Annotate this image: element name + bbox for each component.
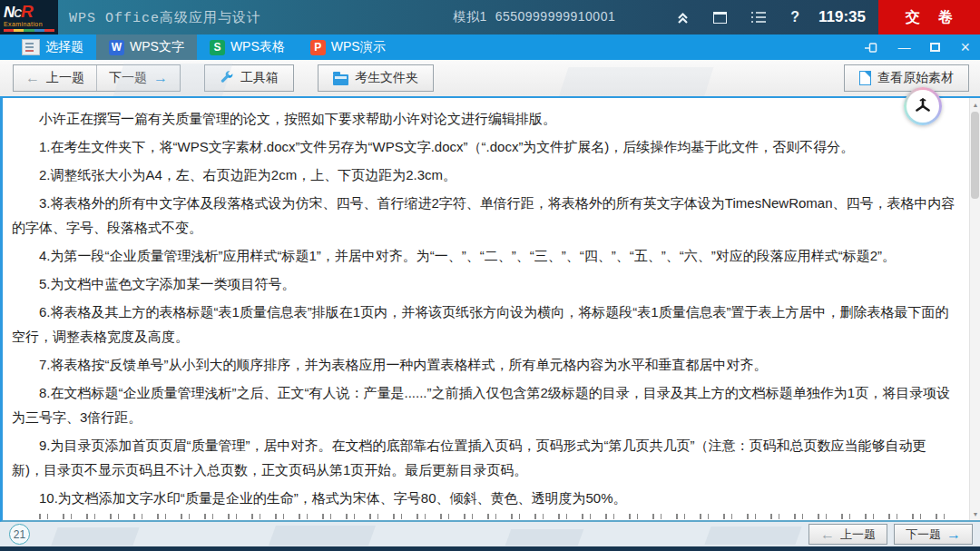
window-bottom-edge — [0, 546, 980, 551]
logo-letter-c: C — [14, 7, 21, 20]
scroll-up-icon[interactable]: ▲ — [970, 98, 980, 111]
task-item-5: 5.为文档中蓝色文字添加某一类项目符号。 — [12, 271, 956, 296]
watermark-shape — [113, 64, 233, 98]
task-item-2: 2.调整纸张大小为A4，左、右页边距为2cm，上、下页边距为2.3cm。 — [12, 162, 956, 187]
tri-spoke-icon — [906, 90, 939, 123]
maximize-icon[interactable] — [930, 43, 940, 52]
watermark-shape — [269, 526, 376, 546]
collapse-icon[interactable] — [676, 11, 690, 25]
watermark-shape — [51, 527, 139, 546]
footer-bar: 21 ← 上一题 下一题 → — [0, 522, 980, 546]
submit-exam-button[interactable]: 交 卷 — [878, 0, 980, 34]
ncr-logo: NCR Examination — [0, 0, 58, 34]
tab-wps-spreadsheet[interactable]: S WPS表格 — [197, 34, 298, 60]
help-icon[interactable]: ? — [790, 9, 799, 25]
watermark-shape — [557, 67, 714, 98]
wps-spreadsheet-icon: S — [210, 40, 225, 55]
footer-nav-buttons: ← 上一题 下一题 → — [808, 524, 973, 545]
toolbox-label: 工具箱 — [240, 70, 279, 86]
task-item-9: 9.为目录页添加首页页眉“质量管理”，居中对齐。在文档的底部靠右位置插入页码，页… — [12, 433, 956, 482]
tab-choice-questions[interactable]: 选择题 — [9, 34, 96, 60]
vertical-scrollbar[interactable]: ▲ ▼ — [969, 98, 980, 520]
prev-question-button-top[interactable]: ← 上一题 — [14, 65, 96, 91]
clipboard-icon — [22, 39, 40, 55]
next-label: 下一题 — [906, 526, 941, 543]
task-item-4: 4.为第一段“企业质量管理浅析”应用样式“标题1”，并居中对齐。为“一、”、“二… — [12, 243, 956, 268]
question-content-panel: 小许正在撰写一篇有关质量管理的论文，按照如下要求帮助小许对论文进行编辑排版。 1… — [0, 98, 980, 522]
task-item-8: 8.在文档标题“企业质量管理浅析”之后、正文“有人说：产量是......”之前插… — [12, 380, 956, 429]
close-icon[interactable]: × — [960, 38, 970, 57]
student-folder-button[interactable]: 考生文件夹 — [318, 64, 434, 92]
tab-label: WPS表格 — [230, 39, 285, 55]
window-controls: — × — [854, 34, 980, 60]
exam-id: 6550999999910001 — [495, 9, 616, 24]
view-source-label: 查看原始素材 — [877, 70, 954, 86]
logo-subtext: Examination — [4, 21, 54, 27]
right-arrow-icon: → — [946, 526, 961, 543]
titlebar-right: 模拟1 6550999999910001 ? 119:35 交 卷 — [454, 0, 980, 34]
watermark-shape — [505, 529, 584, 546]
logo-color-strip — [4, 29, 54, 32]
question-toolbar: ← 上一题 下一题 → 工具箱 考生文件夹 查看原始素材 — [0, 60, 980, 98]
tab-wps-writer[interactable]: W WPS文字 — [96, 34, 197, 60]
exam-mode-label: 模拟1 — [454, 9, 487, 24]
clipped-text-line — [39, 514, 956, 519]
scroll-down-icon[interactable]: ▼ — [970, 507, 980, 520]
window-icon[interactable] — [713, 12, 727, 24]
ncr-logo-text: NCR — [4, 3, 54, 20]
task-item-7: 7.将表格按“反馈单号”从小到大的顺序排序，并为表格应用一种内置表格样式，所有单… — [12, 352, 956, 377]
exam-app-window: NCR Examination WPS Office高级应用与设计 模拟1 65… — [0, 0, 980, 551]
exam-session-info: 模拟1 6550999999910001 — [454, 9, 616, 25]
tab-label: WPS文字 — [130, 39, 184, 55]
titlebar: NCR Examination WPS Office高级应用与设计 模拟1 65… — [0, 0, 980, 34]
student-folder-label: 考生文件夹 — [355, 70, 418, 86]
wps-presentation-icon: P — [310, 40, 326, 55]
question-text: 小许正在撰写一篇有关质量管理的论文，按照如下要求帮助小许对论文进行编辑排版。 1… — [3, 98, 969, 520]
assistant-floating-button[interactable] — [904, 87, 942, 125]
view-source-material-button[interactable]: 查看原始素材 — [844, 64, 969, 92]
tab-label: WPS演示 — [331, 39, 386, 55]
module-tabbar: 选择题 W WPS文字 S WPS表格 P WPS演示 — × — [0, 34, 980, 60]
left-arrow-icon: ← — [820, 526, 835, 543]
task-item-1: 1.在考生文件夹下，将“WPS文字素材.docx”文件另存为“WPS文字.doc… — [12, 134, 956, 159]
task-item-10: 10.为文档添加文字水印“质量是企业的生命”，格式为宋体、字号80、倾斜、黄色、… — [12, 486, 956, 510]
scrollbar-thumb[interactable] — [971, 112, 979, 199]
minimize-icon[interactable]: — — [897, 40, 910, 54]
folder-icon — [333, 74, 348, 85]
prev-question-button-bottom[interactable]: ← 上一题 — [808, 524, 887, 545]
next-question-button-bottom[interactable]: 下一题 → — [894, 524, 973, 545]
question-intro: 小许正在撰写一篇有关质量管理的论文，按照如下要求帮助小许对论文进行编辑排版。 — [12, 106, 956, 131]
prev-label: 上一题 — [840, 526, 876, 543]
tab-label: 选择题 — [45, 39, 83, 55]
watermark-shape — [704, 526, 801, 545]
prev-label: 上一题 — [46, 70, 84, 86]
document-icon — [859, 71, 871, 85]
wps-writer-icon: W — [109, 40, 124, 55]
task-item-3: 3.将表格外的所有中文字体及段落格式设为仿宋、四号、首行缩进2字符、单倍行距，将… — [12, 191, 956, 240]
task-list-icon[interactable] — [750, 11, 767, 24]
task-item-6: 6.将表格及其上方的表格标题“表1质量信息表”排版在1页内，并将该页纸张方向设为… — [12, 300, 956, 349]
question-number-badge: 21 — [9, 524, 30, 545]
app-title: WPS Office高级应用与设计 — [69, 9, 261, 26]
left-arrow-icon: ← — [25, 70, 40, 86]
logo-letter-r: R — [21, 2, 33, 21]
logo-letter-n: N — [4, 4, 14, 21]
exam-timer: 119:35 — [818, 8, 866, 26]
tab-wps-presentation[interactable]: P WPS演示 — [298, 34, 398, 60]
pin-icon[interactable] — [864, 42, 877, 54]
